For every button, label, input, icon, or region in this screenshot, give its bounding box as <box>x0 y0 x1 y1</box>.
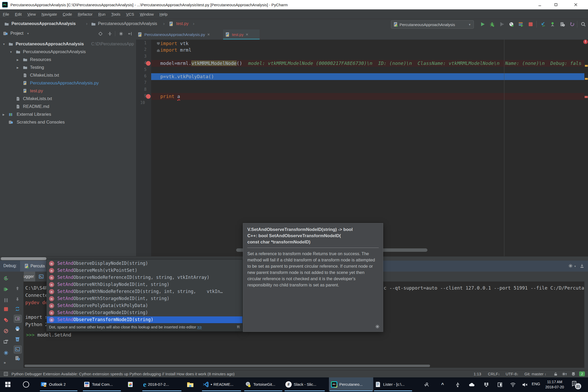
tree-item-scratches[interactable]: Scratches and Consoles <box>0 119 136 126</box>
breadcrumb-file[interactable]: test.py <box>176 21 188 26</box>
history-down-icon[interactable] <box>15 297 20 302</box>
line-ending-select[interactable]: CRLF↕ <box>488 372 500 376</box>
people-icon[interactable] <box>423 382 430 388</box>
plugin-icon[interactable] <box>4 372 8 376</box>
title-bar[interactable]: PC PercutaneousApproachAnalysis [C:\D\Pe… <box>0 0 588 9</box>
notification-count-badge[interactable]: 21 <box>575 383 581 389</box>
code-line-1[interactable]: import vtk <box>160 40 188 47</box>
lock-icon[interactable] <box>554 372 558 376</box>
completion-item-selected[interactable]: mSetAndObserveTransformNodeID(string) <box>47 316 242 323</box>
minimize-button[interactable] <box>534 0 546 9</box>
chevron-down-icon[interactable]: ▼ <box>27 32 29 35</box>
print-icon[interactable] <box>15 326 20 331</box>
language-indicator[interactable]: ENG <box>532 382 540 386</box>
taskbar-item-pycharm-active[interactable]: PC Percutaneo... <box>329 377 373 391</box>
taskbar-item-tortoisegit[interactable]: TortoiseGit... <box>243 377 283 391</box>
maximize-button[interactable] <box>550 0 562 9</box>
caret-position[interactable]: 1:13 <box>474 372 481 376</box>
run-console-button[interactable] <box>518 22 524 27</box>
rollback-button[interactable] <box>569 22 575 27</box>
hint-more-link[interactable]: >> <box>197 325 202 329</box>
update-project-button[interactable] <box>540 22 546 27</box>
code-line-9[interactable]: print a <box>160 93 180 100</box>
tab-console[interactable] <box>37 272 45 281</box>
taskbar-item-lister[interactable]: Lister - [c:\... <box>373 377 413 391</box>
app-window-icon[interactable] <box>497 382 503 388</box>
run-button[interactable] <box>480 22 485 27</box>
mute-breakpoints-button[interactable] <box>3 328 9 334</box>
line-number[interactable]: 6 <box>140 74 146 78</box>
start-button[interactable] <box>2 377 14 391</box>
onedrive-icon[interactable] <box>469 382 475 388</box>
show-hidden-icons-chevron[interactable]: ^ <box>439 382 446 388</box>
collapse-all-button[interactable] <box>108 32 112 36</box>
doc-settings-gear-icon[interactable] <box>375 324 380 329</box>
history-up-icon[interactable] <box>15 286 20 291</box>
menu-file[interactable]: File <box>0 12 12 16</box>
completion-item[interactable]: mSetAndObserveNthNodeReferenceID(string,… <box>47 288 242 295</box>
menu-vcs[interactable]: VCS <box>123 12 137 16</box>
completion-item[interactable]: mSetAndObserveStorageNodeID(string) <box>47 309 242 316</box>
menu-navigate[interactable]: Navigate <box>39 12 60 16</box>
error-indicator-icon[interactable]: ! <box>583 40 588 44</box>
menu-refactor[interactable]: Refactor <box>75 12 95 16</box>
restore-layout-button[interactable] <box>3 339 9 345</box>
wifi-icon[interactable] <box>510 382 516 388</box>
gear-icon[interactable] <box>568 264 573 268</box>
warning-stripe-mark[interactable] <box>585 78 588 80</box>
highlighting-level-icon[interactable]: ? <box>562 372 567 376</box>
taskbar-item-vscode[interactable]: ● README... <box>201 377 242 391</box>
hide-panel-button[interactable] <box>128 32 132 36</box>
line-number[interactable]: 8 <box>140 87 146 92</box>
chevron-right-icon[interactable]: ▶ <box>17 66 19 69</box>
line-number[interactable]: 1 <box>140 41 146 45</box>
line-number[interactable]: 10 <box>138 100 145 105</box>
stop-button[interactable] <box>528 22 533 27</box>
soft-wrap-toggle[interactable] <box>14 315 22 323</box>
code-line-6[interactable]: p=vtk.vtkPolyData() <box>160 73 214 80</box>
notifications-badge[interactable]: 2 <box>579 371 585 376</box>
debugger-settings-gear-icon[interactable] <box>3 350 9 356</box>
fold-marker-icon[interactable] <box>157 42 160 45</box>
line-number[interactable]: 2 <box>140 47 146 52</box>
tree-item-resources[interactable]: ▶ Resources <box>0 56 136 64</box>
gear-icon[interactable] <box>119 32 123 36</box>
view-breakpoints-button[interactable] <box>3 317 9 323</box>
debug-button[interactable] <box>489 22 495 27</box>
tab-percutaneousapproachanalysis-py[interactable]: PercutaneousApproachAnalysis.py <box>138 29 223 40</box>
usb-device-icon[interactable] <box>455 382 461 388</box>
pause-button[interactable] <box>3 298 9 303</box>
commit-button[interactable] <box>550 22 555 27</box>
tree-item-readme[interactable]: README.md <box>0 103 136 111</box>
close-tab-icon[interactable] <box>246 33 248 36</box>
search-everywhere-button[interactable] <box>581 22 586 27</box>
breadcrumb-project[interactable]: PercutaneousApproachAnalysis <box>11 21 76 26</box>
line-number[interactable]: 7 <box>140 80 146 85</box>
menu-code[interactable]: Code <box>60 12 75 16</box>
tree-item-main-py[interactable]: PercutaneousApproachAnalysis.py <box>0 79 136 87</box>
restart-console-icon[interactable] <box>15 306 20 311</box>
completion-item[interactable]: mSetAndObservePolyData(vtkPolyData) <box>47 302 242 309</box>
profiler-button[interactable] <box>509 22 514 27</box>
breakpoint-icon[interactable] <box>146 94 151 99</box>
line-number[interactable]: 3 <box>140 54 146 59</box>
chevron-down-icon[interactable]: ▼ <box>574 265 576 268</box>
tree-item-package[interactable]: ▼ PercutaneousApproachAnalysis <box>0 48 136 56</box>
resume-button[interactable] <box>3 287 9 292</box>
tree-item-test-py[interactable]: test.py <box>0 87 136 95</box>
fold-marker-icon[interactable] <box>157 49 160 52</box>
hide-tool-window-icon[interactable] <box>580 264 584 268</box>
chevron-right-ic[interactable]: ▶ <box>3 113 5 116</box>
taskbar-item-outlook[interactable]: O Outlook 2 <box>39 377 78 391</box>
tree-item-cmakelists[interactable]: CMakeLists.txt <box>0 72 136 79</box>
taskbar-item-total-commander[interactable]: Total Com... <box>82 377 122 391</box>
locate-file-button[interactable] <box>98 32 103 36</box>
taskbar-item-slack[interactable]: # Slack - Slic... <box>284 377 326 391</box>
taskbar-item-file-explorer[interactable] <box>185 377 196 391</box>
volume-muted-icon[interactable] <box>522 382 528 388</box>
git-branch-widget[interactable]: Git: master ↕ <box>524 372 546 376</box>
status-message[interactable]: Python Debugger Extension Available: Cyt… <box>11 372 235 376</box>
console-input[interactable]: model.SetAnd <box>37 332 71 338</box>
quick-documentation-popup[interactable]: V.SetAndObserveTransformNodeID(string) -… <box>243 223 383 332</box>
close-button[interactable] <box>570 0 582 9</box>
